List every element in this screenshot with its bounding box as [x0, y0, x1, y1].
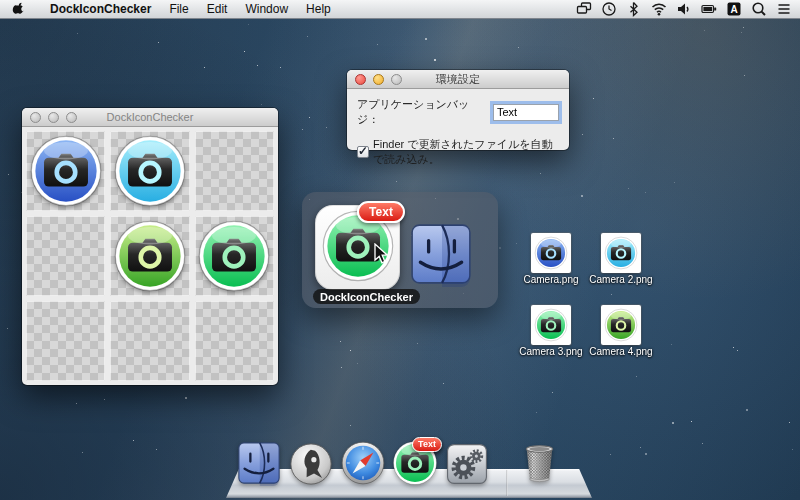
dock-item-system-preferences[interactable]	[444, 441, 490, 491]
notification-center-icon[interactable]	[776, 1, 792, 17]
grid-cell-1[interactable]	[26, 131, 105, 211]
close-button[interactable]	[355, 74, 366, 85]
drag-overlay: Text DockIconChecker	[302, 192, 498, 308]
menu-app-name[interactable]: DockIconChecker	[50, 2, 151, 16]
mouse-cursor	[374, 243, 389, 269]
app-badge: Text	[357, 201, 405, 223]
zoom-button[interactable]	[66, 112, 77, 123]
dock-item-finder[interactable]	[236, 440, 282, 490]
grid-cell-6[interactable]	[195, 216, 274, 296]
auto-reload-label: Finder で更新されたファイルを自動で読み込み。	[373, 137, 559, 167]
preferences-window: 環境設定 アプリケーションバッジ： Finder で更新されたファイルを自動で読…	[347, 70, 569, 150]
dock-badge: Text	[412, 437, 442, 452]
png-thumbnail	[531, 233, 571, 273]
dockiconchecker-window: DockIconChecker	[22, 108, 278, 385]
zoom-button[interactable]	[391, 74, 402, 85]
file-label: Camera 2.png	[576, 274, 666, 285]
preferences-titlebar[interactable]: 環境設定	[347, 70, 569, 89]
apple-menu-icon[interactable]	[12, 2, 26, 17]
close-button[interactable]	[30, 112, 41, 123]
badge-text-input[interactable]	[493, 104, 559, 121]
desktop-file-camera-3[interactable]	[531, 305, 571, 345]
svg-text:A: A	[730, 4, 737, 15]
camera-icon-cyan	[113, 134, 187, 208]
menu-help[interactable]: Help	[306, 2, 331, 16]
grid-cell-4[interactable]	[26, 216, 105, 296]
mirroring-icon[interactable]	[576, 1, 592, 17]
grid-cell-7[interactable]	[26, 301, 105, 381]
minimize-button[interactable]	[48, 112, 59, 123]
file-label: Camera 4.png	[576, 346, 666, 357]
dockiconchecker-titlebar[interactable]: DockIconChecker	[22, 108, 278, 127]
minimize-button[interactable]	[373, 74, 384, 85]
menu-window[interactable]: Window	[245, 2, 288, 16]
camera-icon-green	[197, 219, 271, 293]
camera-icon-lime	[113, 219, 187, 293]
desktop-file-camera-4[interactable]	[601, 305, 641, 345]
camera-icon-blue	[29, 134, 103, 208]
menu-file[interactable]: File	[169, 2, 188, 16]
wifi-icon[interactable]	[651, 1, 667, 17]
input-source-icon[interactable]: A	[726, 1, 742, 17]
dock-item-dockiconchecker[interactable]: Text	[392, 440, 438, 490]
icon-grid	[22, 127, 278, 385]
grid-cell-3[interactable]	[195, 131, 274, 211]
grid-cell-2[interactable]	[110, 131, 189, 211]
desktop-file-camera-2[interactable]	[601, 233, 641, 273]
grid-cell-9[interactable]	[195, 301, 274, 381]
volume-icon[interactable]	[676, 1, 692, 17]
finder-icon	[408, 221, 474, 287]
dragged-app-label: DockIconChecker	[313, 289, 420, 304]
dock-separator	[506, 470, 508, 496]
png-thumbnail	[601, 305, 641, 345]
time-machine-icon[interactable]	[601, 1, 617, 17]
desktop-file-camera[interactable]	[531, 233, 571, 273]
png-thumbnail	[601, 233, 641, 273]
menu-edit[interactable]: Edit	[207, 2, 228, 16]
auto-reload-checkbox[interactable]	[357, 146, 369, 158]
bluetooth-icon[interactable]	[626, 1, 642, 17]
grid-cell-5[interactable]	[110, 216, 189, 296]
dock-item-launchpad[interactable]	[288, 441, 334, 491]
menu-bar: DockIconChecker File Edit Window Help A	[0, 0, 800, 19]
badge-field-label: アプリケーションバッジ：	[357, 97, 490, 127]
battery-icon[interactable]	[701, 1, 717, 17]
dock-item-safari[interactable]	[340, 440, 386, 490]
grid-cell-8[interactable]	[110, 301, 189, 381]
dock-item-trash[interactable]	[517, 441, 562, 490]
spotlight-icon[interactable]	[751, 1, 767, 17]
png-thumbnail	[531, 305, 571, 345]
